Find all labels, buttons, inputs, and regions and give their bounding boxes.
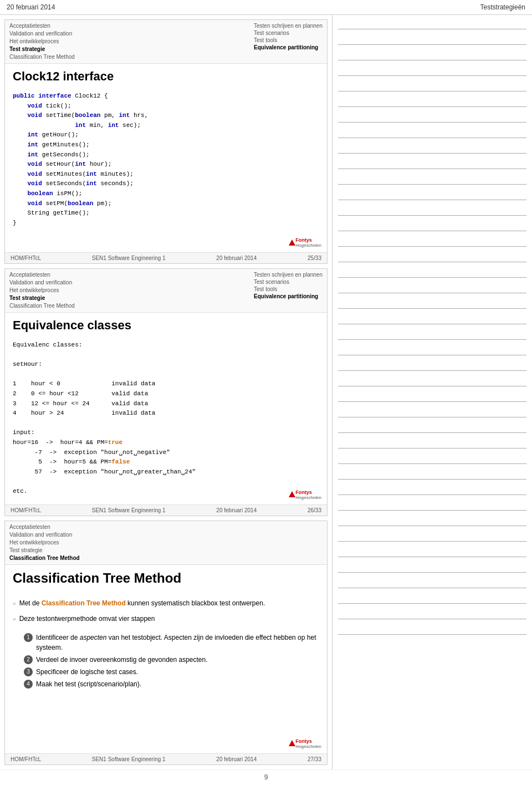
bullet-list: ◦ Met de Classification Tree Method kunn… [13,598,319,691]
note-line [338,436,526,448]
note-line [338,110,526,123]
note-line [338,592,526,604]
note-line [338,607,526,619]
slide1-nav-left: Acceptatietesten Validation and verifica… [9,22,75,61]
step-num-2: 2 [24,655,33,664]
slide2-footer-page: 26/33 [308,507,321,513]
fontys-triangle-icon2 [289,491,295,497]
slide3-nav-left: Acceptatietesten Validation and verifica… [9,523,80,562]
slide1-footer: HOM/FHTcL SEN1 Software Engineering 1 20… [5,252,327,263]
step-num-3: 3 [24,667,33,676]
page-num: 9 [264,773,268,781]
note-line [338,374,526,386]
slide1-nav: Acceptatietesten Validation and verifica… [5,20,327,64]
slide2-content: Equivalenc classes: setHour: 1 hour < 0 … [5,336,327,504]
note-line [338,623,526,635]
note-line [338,281,526,293]
note-line [338,529,526,542]
slide1-nav-right: Testen schrijven en plannen Test scenari… [254,22,323,61]
slide1: Acceptatietesten Validation and verifica… [4,19,328,264]
note-line [338,250,526,262]
step-num-1: 1 [24,633,33,642]
slide2-title: Equivalence classes [5,313,327,336]
slide3-content: ◦ Met de Classification Tree Method kunn… [5,589,327,702]
note-line [338,467,526,480]
note-line [338,390,526,402]
note-line [338,17,526,29]
note-line [338,483,526,495]
slide1-footer-center: SEN1 Software Engineering 1 [92,255,166,261]
slide1-code: public interface Clock12 { void tick(); … [5,87,327,236]
note-line [338,405,526,417]
page-header: 20 februari 2014 Teststrategieën [0,0,532,15]
step-num-4: 4 [24,680,33,689]
note-line [338,421,526,433]
bullet-dot-1: ◦ [13,597,16,610]
slide1-footer-page: 25/33 [308,255,321,261]
slide2-nav-left: Acceptatietesten Validation and verifica… [9,271,75,310]
note-line [338,235,526,247]
note-line [338,126,526,138]
left-panel: Acceptatietesten Validation and verifica… [0,15,332,769]
note-line [338,219,526,231]
slide2-footer-date: 20 februari 2014 [216,507,257,513]
slide2-nav-right: Testen schrijven en plannen Test scenari… [254,271,323,310]
main-content: Acceptatietesten Validation and verifica… [0,15,532,769]
note-line [338,141,526,154]
bullet-item-1: ◦ Met de Classification Tree Method kunn… [13,598,319,610]
note-line [338,157,526,169]
slide1-footer-date: 20 februari 2014 [216,255,257,261]
fontys-logo-slide3: Fontys Hogescholen [289,738,321,749]
slide3-footer-center: SEN1 Software Engineering 1 [92,756,166,762]
slide2-footer-left: HOM/FHTcL [11,507,41,513]
bullet-item-2: ◦ Deze testontwerpmethode omvat vier sta… [13,614,319,691]
slide2-inner: Equivalence classes Equivalenc classes: … [5,313,327,504]
slide3-footer-page: 27/33 [308,756,321,762]
bullet-dot-2: ◦ [13,613,16,626]
step-1: 1 Identificeer de aspecten van het testo… [24,633,319,653]
step-2: 2 Verdeel de invoer overeenkomstig de ge… [24,655,319,665]
slide3-footer-left: HOM/FHTcL [11,756,41,762]
note-line [338,64,526,76]
note-line [338,343,526,355]
note-line [338,328,526,340]
note-line [338,560,526,573]
note-line [338,172,526,185]
note-line [338,498,526,511]
slide2-footer: HOM/FHTcL SEN1 Software Engineering 1 20… [5,504,327,516]
step-4: 4 Maak het test (script/scenario/plan). [24,679,319,689]
highlight-ctm: Classification Tree Method [42,599,126,607]
slide1-inner: Clock12 interface public interface Clock… [5,64,327,252]
note-line [338,359,526,371]
fontys-triangle-icon [289,239,295,246]
note-line [338,514,526,526]
slide3-nav: Acceptatietesten Validation and verifica… [5,521,327,565]
slide2-footer-center: SEN1 Software Engineering 1 [92,507,166,513]
note-line [338,266,526,278]
steps-list: 1 Identificeer de aspecten van het testo… [24,633,319,691]
slide3-footer-date: 20 februari 2014 [216,756,257,762]
note-line [338,48,526,60]
slide3-title: Classification Tree Method [5,565,327,589]
header-date: 20 februari 2014 [7,3,55,11]
note-line [338,452,526,464]
page-number-bottom: 9 [0,769,532,784]
note-line [338,33,526,45]
slide2: Acceptatietesten Validation and verifica… [4,268,328,516]
note-line [338,95,526,107]
note-line [338,312,526,324]
slide3-inner: Classification Tree Method ◦ Met de Clas… [5,565,327,753]
slide1-footer-left: HOM/FHTcL [11,255,41,261]
slide3: Acceptatietesten Validation and verifica… [4,521,328,765]
header-title: Teststrategieën [480,3,525,11]
slide2-nav: Acceptatietesten Validation and verifica… [5,269,327,313]
note-line [338,545,526,557]
note-line [338,576,526,588]
note-line [338,203,526,216]
fontys-logo-slide1: Fontys Hogescholen [289,237,321,248]
slide1-title: Clock12 interface [5,64,327,87]
slide3-footer: HOM/FHTcL SEN1 Software Engineering 1 20… [5,753,327,764]
fontys-triangle-icon3 [289,740,295,746]
note-line [338,297,526,309]
note-line [338,79,526,91]
